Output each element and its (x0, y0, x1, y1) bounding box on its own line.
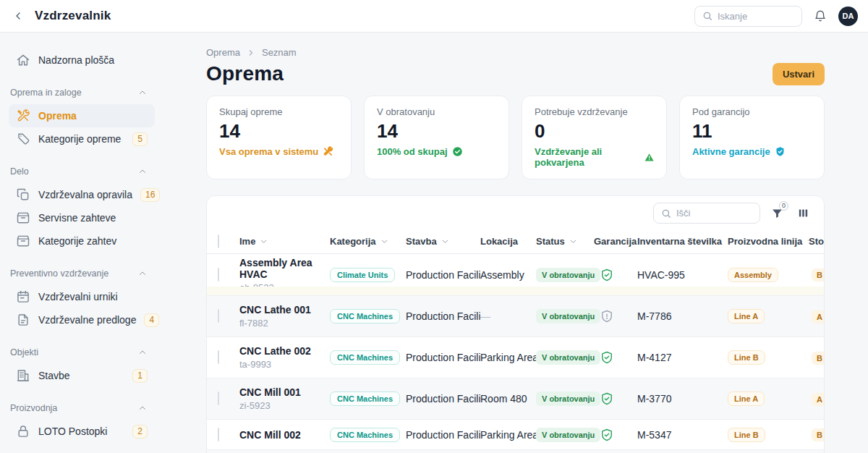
row-checkbox[interactable] (218, 309, 219, 323)
status-badge: V obratovanju (536, 350, 600, 365)
table-toolbar: 0 (207, 196, 824, 229)
column-header-7[interactable]: Proizvodna linija (728, 236, 809, 247)
table-header: Ime Kategorija Stavba Lokacija Status Ga… (207, 229, 824, 254)
sort-chevron-icon[interactable] (569, 237, 578, 246)
sidebar-item-0-0[interactable]: Oprema (9, 104, 155, 127)
sidebar-section-title: Delo (10, 166, 29, 177)
sidebar-item-1-0[interactable]: Vzdrževalna opravila 16 (9, 183, 155, 206)
breadcrumb-seznam: Seznam (262, 47, 297, 58)
table-row[interactable]: CNC Mill 002 CNC Machines Production Fac… (207, 420, 824, 450)
sidebar-section-header[interactable]: Objekti (9, 347, 155, 357)
level-badge: B (812, 428, 825, 441)
building-cell: Production Facility (406, 269, 480, 281)
filter-icon[interactable]: 0 (767, 204, 786, 223)
warranty-shield-check-icon (600, 391, 614, 406)
sidebar-item-label: Nadzorna plošča (38, 54, 148, 66)
stat-caption: Aktivne garancije (692, 146, 812, 157)
inventory-number-cell: M-5347 (637, 429, 728, 441)
sort-chevron-icon[interactable] (259, 237, 268, 246)
global-search[interactable] (694, 6, 802, 27)
sidebar-item-4-0[interactable]: LOTO Postopki 2 (9, 420, 155, 443)
stat-caption: Vsa oprema v sistemu (219, 146, 339, 157)
breadcrumb: Oprema Seznam (206, 47, 825, 58)
app-title: Vzdrzevalnik (35, 9, 111, 23)
sidebar-item-label: Vzdrževalne predloge (38, 314, 136, 326)
back-chevron-icon[interactable] (9, 7, 27, 25)
tools-icon (16, 109, 30, 123)
table-row[interactable]: CNC Mill 001 zi-5923 CNC Machines Produc… (207, 378, 824, 420)
sidebar-item-0-1[interactable]: Kategorije opreme 5 (9, 127, 155, 151)
global-search-input[interactable] (718, 11, 794, 22)
breadcrumb-chevron-icon (247, 48, 255, 57)
stat-value: 11 (692, 120, 812, 143)
sidebar-section-header[interactable]: Delo (9, 166, 155, 177)
sidebar-item-1-2[interactable]: Kategorije zahtev (9, 229, 155, 253)
sidebar-section: Oprema in zaloge Oprema Kategorije oprem… (9, 88, 155, 151)
lock-icon (16, 424, 30, 439)
table-row[interactable]: CNC Lathe 001 fl-7882 CNC Machines Produ… (207, 296, 824, 337)
sidebar-item-label: Oprema (38, 110, 148, 122)
column-header-1[interactable]: Kategorija (330, 236, 406, 247)
column-header-2[interactable]: Stavba (406, 236, 480, 247)
equipment-code: ta-9993 (239, 359, 330, 370)
level-badge: B (812, 268, 825, 281)
column-header-6[interactable]: Inventarna številka (637, 236, 728, 247)
inventory-number-cell: M-4127 (637, 352, 728, 363)
equipment-table: 0 Ime Kategorija Stavba Lokacija Status … (206, 195, 825, 453)
sort-chevron-icon[interactable] (441, 237, 450, 246)
page-title: Oprema (206, 62, 284, 85)
stat-card-1: V obratovanju 14 100% od skupaj (364, 96, 509, 179)
stat-label: V obratovanju (377, 106, 496, 117)
table-search-input[interactable] (676, 208, 752, 219)
sidebar-item-label: Stavbe (38, 370, 124, 381)
inventory-number-cell: M-7786 (637, 310, 728, 322)
sidebar-item-dashboard[interactable]: Nadzorna plošča (9, 48, 155, 72)
create-button[interactable]: Ustvari (773, 63, 825, 85)
location-cell: — (480, 310, 536, 322)
sidebar-item-3-0[interactable]: Stavbe 1 (9, 364, 155, 387)
sidebar-item-2-0[interactable]: Vzdrževalni urniki (9, 285, 155, 308)
row-checkbox[interactable] (218, 268, 219, 281)
column-header-4[interactable]: Status (536, 236, 594, 247)
equipment-name: CNC Mill 001 (239, 386, 330, 398)
column-label: Kategorija (330, 236, 376, 247)
category-badge: CNC Machines (330, 309, 400, 323)
columns-icon[interactable] (793, 204, 812, 223)
row-checkbox[interactable] (218, 428, 219, 441)
table-row[interactable]: CNC Lathe 002 ta-9993 CNC Machines Produ… (207, 337, 824, 378)
chevron-up-icon (137, 403, 148, 413)
sidebar-section-header[interactable]: Proizvodnja (9, 403, 155, 413)
stat-caption: Vzdrževanje ali pokvarjena (535, 146, 654, 168)
column-header-8: Stopnja (809, 236, 825, 247)
sidebar-section: Proizvodnja LOTO Postopki 2 (9, 403, 155, 443)
bell-icon[interactable] (809, 5, 831, 27)
status-badge: V obratovanju (536, 309, 600, 323)
sidebar-item-1-1[interactable]: Servisne zahteve (9, 206, 155, 229)
equipment-code: fl-7882 (239, 318, 330, 329)
table-search[interactable] (653, 203, 760, 224)
category-badge: CNC Machines (330, 350, 400, 365)
level-badge: A (812, 310, 825, 323)
column-header-0[interactable]: Ime (239, 236, 330, 247)
breadcrumb-oprema[interactable]: Oprema (206, 47, 240, 58)
row-checkbox[interactable] (218, 350, 219, 364)
sidebar-section-header[interactable]: Oprema in zaloge (9, 88, 155, 98)
production-line-badge: Line A (728, 391, 765, 406)
count-badge: 16 (140, 188, 160, 202)
inventory-number-cell: M-3770 (637, 393, 728, 405)
stat-card-3: Pod garancijo 11 Aktivne garancije (679, 96, 825, 179)
category-badge: Climate Units (330, 268, 395, 282)
column-header-5: Garancija (594, 236, 637, 247)
chevron-up-icon (137, 268, 148, 279)
sidebar-section-header[interactable]: Preventivno vzdrževanje (9, 268, 155, 279)
stat-card-0: Skupaj opreme 14 Vsa oprema v sistemu (206, 96, 352, 179)
sort-chevron-icon[interactable] (380, 237, 389, 246)
select-all-checkbox[interactable] (218, 234, 219, 248)
location-cell: Parking Area (480, 352, 536, 363)
table-row[interactable]: Assembly Area HVAC ob-8522 Climate Units… (207, 254, 824, 296)
sidebar-section: Objekti Stavbe 1 (9, 347, 155, 387)
avatar[interactable]: DA (838, 7, 858, 26)
row-checkbox[interactable] (218, 391, 219, 405)
sidebar-item-2-1[interactable]: Vzdrževalne predloge 4 (9, 308, 155, 331)
table-row[interactable]: CNC Router 001 CNC Machines Production F… (207, 450, 824, 453)
